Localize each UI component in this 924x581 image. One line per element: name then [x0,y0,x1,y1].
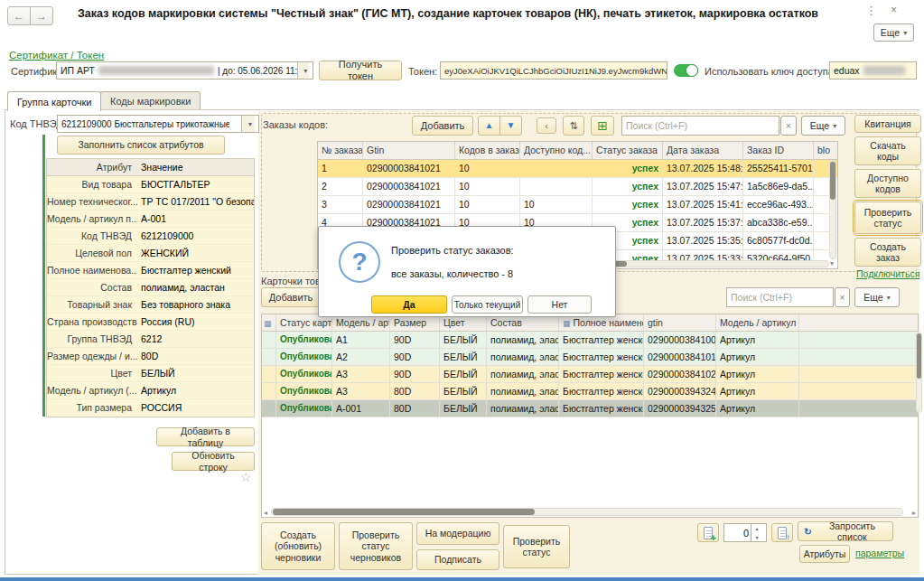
spinner-arrows[interactable]: ▴▾ [751,524,762,541]
spin-down-icon[interactable]: ▾ [751,533,762,542]
orders-vertical-scrollbar[interactable] [829,160,836,259]
collapse-panel-icon[interactable]: ‹ [537,117,556,134]
access-key-field[interactable]: eduax [829,61,917,80]
add-to-table-button[interactable]: Добавить в таблицу [156,427,255,446]
receipt-button[interactable]: Квитанция [854,115,921,133]
create-order-button[interactable]: Создать заказ [854,238,921,267]
attr-row[interactable]: Полное наименова...Бюстгалтер женский [47,262,254,279]
card-row[interactable]: ОпубликованаA290DБЕЛЫЙполиамид, элас...Б… [262,349,918,366]
orders-search-clear-icon[interactable]: × [780,116,797,136]
get-token-button[interactable]: Получить токен [319,61,402,80]
dialog-yes-button[interactable]: Да [371,295,447,314]
order-row[interactable]: 10290000384102110успех13.07.2025 15:48:3… [318,160,837,178]
cards-add-button[interactable]: Добавить [261,287,321,307]
order-row[interactable]: 3029000038410211010успех13.07.2025 15:41… [318,196,837,214]
col-order-date[interactable]: Дата заказа [663,142,743,159]
check-status-button[interactable]: Проверить статус [854,201,921,234]
check-drafts-status-button[interactable]: Проверить статус черновиков [339,522,413,570]
token-field[interactable]: eyJ0eXAiOiJKV1QiLCJhbGciOiJIUzI1NiJ9.eyJ… [440,61,667,80]
attr-row[interactable]: Товарный знакБез товарного знака [47,296,254,314]
attr-row[interactable]: Тип размераРОССИЯ [47,399,254,417]
reorder-rows-icon[interactable]: ⇅ [563,116,584,136]
use-key-toggle[interactable] [674,64,698,77]
request-list-button[interactable]: ↻ Запросить список [798,521,893,541]
download-codes-button[interactable]: Скачать коды [854,136,921,165]
cards-horizontal-scrollbar[interactable] [271,508,903,516]
attr-row[interactable]: Составполиамид, эластан [47,279,254,296]
col-gtin[interactable]: Gtin [363,142,455,159]
attr-row[interactable]: Код ТНВЭД6212109000 [47,228,254,245]
close-icon[interactable]: × [891,4,897,16]
tab-card-group[interactable]: Группа карточки [7,91,101,111]
scroll-right-icon[interactable]: ▸ [912,510,916,517]
attr-row[interactable]: Вид товараБЮСТГАЛЬТЕР [47,176,254,193]
to-moderation-button[interactable]: На модерацию [416,522,499,545]
cert-token-group-link[interactable]: Сертификат / Токен [9,50,104,61]
create-update-drafts-button[interactable]: Создать (обновить) черновики [261,522,335,570]
dialog-no-button[interactable]: Нет [527,295,592,314]
card-row[interactable]: ОпубликованаA380DБЕЛЫЙполиамид, элас...Б… [262,383,918,400]
card-row-selected[interactable]: ОпубликованаA-00180DБЕЛЫЙполиамид, элас.… [262,400,918,417]
attr-row[interactable]: Страна производстваРоссия (RU) [47,314,254,331]
window-menu-icon[interactable]: ⋮ [865,4,877,17]
row-select[interactable] [262,349,276,365]
tab-marking-codes[interactable]: Коды маркировки [100,91,201,110]
col-gtin[interactable]: gtin [644,314,716,331]
orders-table-header[interactable]: № заказа Gtin Кодов в заказе Доступно ко… [318,142,837,160]
spin-up-icon[interactable]: ▴ [751,524,762,533]
connect-link[interactable]: Подключиться [856,268,919,279]
orders-search-field[interactable] [626,120,775,131]
col-order-status[interactable]: Статус заказа [593,142,663,159]
row-select[interactable] [262,383,276,399]
card-row[interactable]: ОпубликованаA390DБЕЛЫЙполиамид, элас...Б… [262,366,918,383]
col-codes-in-order[interactable]: Кодов в заказе [455,142,520,159]
attr-row[interactable]: Номер техническог...ТР ТС 017/2011 "О бе… [47,193,254,211]
back-button[interactable]: ← [7,6,31,25]
scroll-down-icon[interactable]: ▾ [830,260,834,267]
forward-button[interactable]: → [30,6,53,25]
row-select[interactable] [262,400,276,417]
copy-row-icon-button[interactable] [771,523,793,542]
cards-search-field[interactable] [731,292,829,303]
export-table-icon[interactable]: ⊞ [591,116,614,136]
cards-search-clear-icon[interactable]: × [835,287,850,307]
row-select[interactable] [262,332,276,348]
tnved-combobox[interactable]: 6212109000 Бюстгальтеры трикотажные, маш… [57,115,259,133]
available-codes-button[interactable]: Доступно кодов [854,169,921,198]
cards-more-button[interactable]: Еще▾ [854,287,900,307]
attr-row[interactable]: Модель / артикул (...Артикул [47,382,254,399]
order-row[interactable]: 20290000384102110успех13.07.2025 15:47:3… [318,178,837,196]
row-select[interactable] [262,366,276,382]
check-cards-status-button[interactable]: Проверить статус [503,525,570,568]
favorite-star-icon[interactable]: ☆ [240,470,252,484]
attributes-table-header[interactable]: Атрибут Значение [47,159,254,176]
update-row-button[interactable]: Обновить строку [172,452,255,471]
cards-vertical-scrollbar[interactable] [916,332,922,413]
attr-row[interactable]: ЦветБЕЛЫЙ [47,365,254,382]
fill-attributes-button[interactable]: Заполнить список атрибутов [57,136,225,155]
attributes-button[interactable]: Атрибуты [799,545,850,563]
attr-row[interactable]: Группа ТНВЭД6212 [47,331,254,348]
tnved-dropdown-button[interactable]: ▾ [241,116,255,132]
attr-row[interactable]: Размер одежды / и...80D [47,348,254,365]
certificate-field[interactable]: ИП АРТ | до: 05.06.2026 11: ▾ [56,61,313,80]
card-row[interactable]: ОпубликованаA190DБЕЛЫЙполиамид, элас...Б… [262,332,918,349]
col-model-kind[interactable]: Модель / артикул (вид) [716,314,799,331]
parameters-link[interactable]: параметры [855,548,904,558]
move-up-icon[interactable]: ▲ [478,116,500,136]
scroll-left-icon[interactable]: ◂ [264,510,267,517]
col-order-num[interactable]: № заказа [318,142,363,159]
sign-button[interactable]: Подписать [416,549,499,570]
cards-search-input[interactable] [726,287,834,307]
count-spinner[interactable]: 0 ▴▾ [723,523,767,542]
add-row-icon-button[interactable] [697,523,719,542]
col-bloc[interactable]: bloc [814,142,830,159]
col-available-codes[interactable]: Доступно код... [520,142,593,159]
orders-search-input[interactable] [621,116,779,136]
more-button-top[interactable]: Еще▾ [873,23,914,42]
move-down-icon[interactable]: ▼ [499,116,522,136]
orders-more-button[interactable]: Еще▾ [801,116,845,136]
cert-dropdown-button[interactable]: ▾ [297,62,309,79]
dialog-only-current-button[interactable]: Только текущий [452,295,523,314]
col-order-id[interactable]: Заказ ID [743,142,814,159]
